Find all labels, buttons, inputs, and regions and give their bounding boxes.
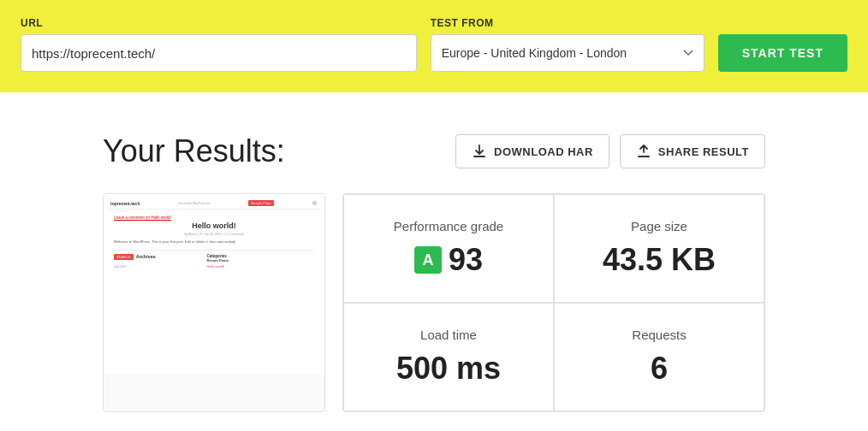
metric-performance-label: Performance grade: [394, 219, 503, 233]
download-icon: [472, 144, 487, 159]
metric-requests-value: 6: [651, 351, 668, 387]
test-from-label: Test from: [431, 17, 705, 29]
svg-rect-0: [473, 156, 485, 157]
metric-load-time: Load time 500 ms: [343, 303, 554, 411]
metric-page-size-value: 43.5 KB: [603, 242, 716, 278]
test-from-group: Test from Europe - United Kingdom - Lond…: [431, 17, 705, 72]
start-test-button[interactable]: START TEST: [718, 34, 847, 72]
url-label: URL: [21, 17, 417, 29]
results-title: Your Results:: [103, 133, 285, 169]
screenshot-panel: toprecent.tech Just another WordPress si…: [103, 193, 325, 412]
metric-performance-value-row: A 93: [414, 242, 483, 278]
results-grid: toprecent.tech Just another WordPress si…: [103, 193, 765, 412]
metric-performance: Performance grade A 93: [343, 194, 554, 303]
share-result-label: SHARE RESULT: [658, 145, 749, 158]
metric-load-time-label: Load time: [420, 328, 477, 342]
metric-page-size: Page size 43.5 KB: [554, 194, 764, 303]
header-bar: URL Test from Europe - United Kingdom - …: [0, 0, 868, 92]
test-from-select[interactable]: Europe - United Kingdom - London North A…: [431, 34, 705, 72]
metric-performance-value: 93: [449, 242, 483, 278]
download-har-label: DOWNLOAD HAR: [494, 145, 593, 158]
grade-badge: A: [414, 246, 442, 274]
results-actions: DOWNLOAD HAR SHARE RESULT: [455, 134, 765, 168]
main-content: Your Results: DOWNLOAD HAR SHARE RESULT: [0, 92, 868, 431]
results-header: Your Results: DOWNLOAD HAR SHARE RESULT: [103, 133, 765, 169]
metric-requests: Requests 6: [554, 303, 764, 411]
svg-rect-1: [638, 156, 650, 157]
screenshot-image: toprecent.tech Just another WordPress si…: [104, 194, 324, 374]
metric-load-time-value: 500 ms: [396, 351, 501, 387]
share-result-button[interactable]: SHARE RESULT: [620, 134, 765, 168]
url-input[interactable]: [21, 34, 417, 72]
url-group: URL: [21, 17, 417, 72]
download-har-button[interactable]: DOWNLOAD HAR: [455, 134, 609, 168]
metric-page-size-label: Page size: [631, 219, 687, 233]
metric-requests-label: Requests: [632, 328, 686, 342]
share-icon: [636, 144, 651, 159]
metrics-grid: Performance grade A 93 Page size 43.5 KB…: [342, 193, 765, 412]
